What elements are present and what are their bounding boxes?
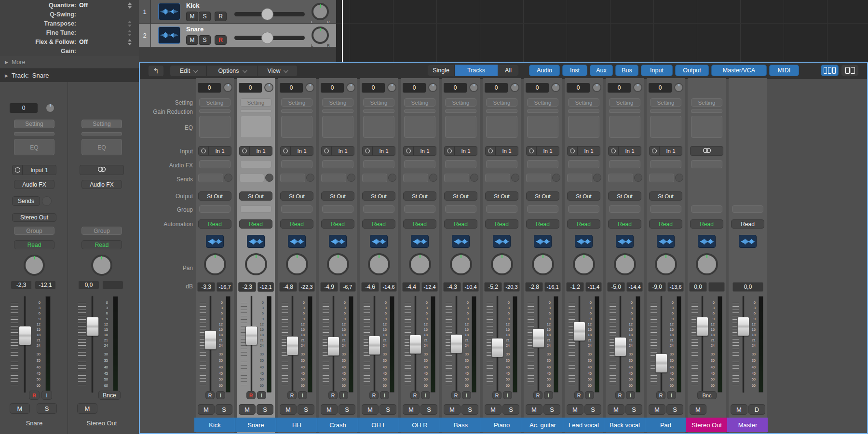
input-button[interactable]: In 1 xyxy=(239,146,272,156)
inspector-row-value[interactable]: Off xyxy=(79,38,88,47)
stepper-up-icon[interactable] xyxy=(128,2,132,5)
bounce-button[interactable]: Bnce xyxy=(98,391,121,400)
pan-knob[interactable] xyxy=(491,253,513,275)
input-button[interactable]: In 1 xyxy=(649,146,682,156)
volume-db-value[interactable]: -5,0 xyxy=(607,282,625,292)
sends-slot[interactable]: Sends xyxy=(12,196,40,206)
input-button[interactable] xyxy=(690,146,723,156)
sends-slot[interactable] xyxy=(403,174,428,182)
peak-db-value[interactable]: -6,7 xyxy=(339,282,356,292)
group-slot[interactable] xyxy=(486,205,517,213)
filter-bus[interactable]: Bus xyxy=(615,65,638,76)
fader-handle[interactable] xyxy=(737,317,749,336)
volume-db-value[interactable]: -2,8 xyxy=(525,282,543,292)
channel-name-tab[interactable]: Bass xyxy=(440,418,481,432)
mute-button[interactable]: M xyxy=(649,404,665,415)
channel-name-tab[interactable]: Crash xyxy=(317,418,358,432)
input-monitor-button[interactable]: I xyxy=(585,391,594,399)
send-level-knob[interactable] xyxy=(224,174,232,182)
gain-knob[interactable] xyxy=(45,103,55,113)
fader-handle[interactable] xyxy=(614,337,626,356)
group-slot[interactable] xyxy=(568,205,599,213)
record-enable-button[interactable]: R xyxy=(205,391,215,399)
peak-db-value[interactable]: -16,7 xyxy=(217,282,233,292)
track-header-snare[interactable]: 2SnareMSRLR xyxy=(139,24,336,47)
automation-mode-button[interactable]: Read xyxy=(731,219,764,229)
input-monitor-button[interactable]: I xyxy=(257,391,266,399)
inspector-row-gain[interactable]: Gain: xyxy=(0,47,139,56)
inspector-row-qswing[interactable]: Q-Swing: xyxy=(0,10,139,19)
gain-knob[interactable] xyxy=(428,83,437,92)
channel-name-tab[interactable]: Master xyxy=(727,418,768,432)
pan-knob[interactable] xyxy=(286,253,308,275)
pan-knob[interactable] xyxy=(91,255,112,276)
gain-value-box[interactable]: 0 xyxy=(485,83,508,93)
value-stepper[interactable] xyxy=(127,39,133,46)
setting-button[interactable]: Setting xyxy=(568,98,599,107)
channel-name-tab[interactable]: OH L xyxy=(358,418,399,432)
gain-knob[interactable] xyxy=(633,83,642,92)
gain-value-box[interactable]: 0 xyxy=(403,83,426,93)
mute-button[interactable]: M xyxy=(362,404,379,415)
group-slot[interactable] xyxy=(732,205,763,213)
audio-fx-slot[interactable] xyxy=(322,160,353,168)
output-button[interactable]: St Out xyxy=(526,191,559,201)
send-level-knob[interactable] xyxy=(265,174,273,182)
record-enable-button[interactable]: R xyxy=(29,391,40,400)
solo-button[interactable]: S xyxy=(199,35,211,45)
channel-name-tab[interactable]: Ac. guitar xyxy=(522,418,563,432)
mute-button[interactable]: M xyxy=(186,35,198,45)
inspector-row-value[interactable]: Off xyxy=(79,1,88,10)
audio-fx-slot[interactable] xyxy=(609,160,640,168)
automation-mode-button[interactable]: Read xyxy=(280,219,313,229)
output-button[interactable]: St Out xyxy=(485,191,518,201)
solo-button[interactable]: S xyxy=(339,404,355,415)
input-monitor-button[interactable]: I xyxy=(298,391,307,399)
volume-db-value[interactable]: -4,9 xyxy=(320,282,338,292)
pan-knob[interactable] xyxy=(573,253,595,275)
solo-button[interactable]: S xyxy=(461,404,478,415)
gain-value-box[interactable]: 0 xyxy=(526,83,549,93)
value-stepper[interactable] xyxy=(127,29,133,37)
wide-channel-view-button[interactable] xyxy=(841,65,859,76)
input-button[interactable]: In 1 xyxy=(608,146,641,156)
menu-view[interactable]: View xyxy=(258,66,297,76)
volume-db-value[interactable]: -9,0 xyxy=(648,282,666,292)
automation-mode-button[interactable]: Read xyxy=(608,219,641,229)
peak-db-value[interactable]: -12,4 xyxy=(421,282,438,292)
peak-db-value[interactable] xyxy=(708,282,725,292)
fader-handle[interactable] xyxy=(204,330,217,350)
sends-slot[interactable] xyxy=(362,174,387,182)
stepper-up-icon[interactable] xyxy=(128,30,132,32)
audio-fx-slot[interactable] xyxy=(281,160,312,168)
group-slot[interactable] xyxy=(691,205,722,213)
mute-button[interactable]: M xyxy=(186,12,198,21)
record-enable-button[interactable]: R xyxy=(246,391,256,399)
send-level-knob[interactable] xyxy=(511,174,519,182)
fader-handle[interactable] xyxy=(409,335,421,354)
fader-track[interactable] xyxy=(743,296,744,393)
volume-db-value[interactable]: -1,2 xyxy=(566,282,584,292)
volume-db-value[interactable]: 0,0 xyxy=(732,282,763,292)
sends-slot[interactable] xyxy=(444,174,469,182)
automation-mode-button[interactable]: Read xyxy=(81,240,122,249)
peak-db-value[interactable]: -12,1 xyxy=(35,281,56,289)
gain-knob[interactable] xyxy=(264,83,273,92)
eq-display[interactable]: EQ xyxy=(14,139,54,155)
audio-fx-slot[interactable] xyxy=(691,160,722,168)
narrow-channel-view-button[interactable] xyxy=(821,65,839,76)
setting-button[interactable]: Setting xyxy=(14,120,54,128)
audio-fx-slot[interactable] xyxy=(527,160,558,168)
solo-button[interactable]: S xyxy=(543,404,560,415)
volume-slider-knob[interactable] xyxy=(261,32,273,44)
sends-slot[interactable] xyxy=(526,174,551,182)
send-level-knob[interactable] xyxy=(593,174,601,182)
audio-fx-slot[interactable] xyxy=(199,160,231,168)
input-button[interactable]: In 1 xyxy=(567,146,600,156)
output-button[interactable]: St Out xyxy=(362,191,395,201)
audio-fx-slot[interactable] xyxy=(650,160,681,168)
solo-button[interactable]: S xyxy=(257,404,273,415)
volume-db-value[interactable]: 0,0 xyxy=(78,281,99,289)
scope-segment-single[interactable]: Single xyxy=(428,65,455,76)
input-monitor-button[interactable]: I xyxy=(41,391,52,400)
